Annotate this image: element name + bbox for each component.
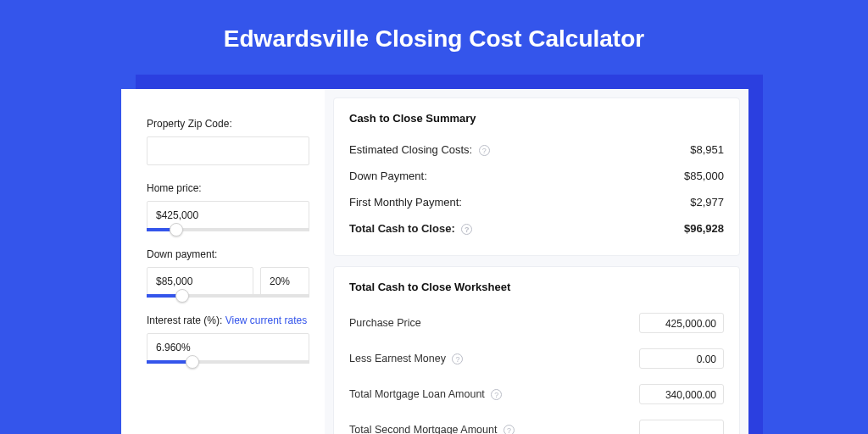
interest-rate-input[interactable] — [147, 333, 309, 362]
view-rates-link[interactable]: View current rates — [225, 314, 308, 326]
summary-row-down-payment: Down Payment: $85,000 — [349, 163, 724, 189]
interest-rate-label: Interest rate (%): View current rates — [147, 314, 309, 326]
home-price-field-group: Home price: — [147, 182, 309, 231]
worksheet-row-second-mortgage: Total Second Mortgage Amount ? — [349, 412, 724, 434]
interest-rate-label-text: Interest rate (%): — [147, 314, 222, 326]
worksheet-label: Total Mortgage Loan Amount — [349, 388, 485, 400]
summary-row-total: Total Cash to Close: ? $96,928 — [349, 215, 724, 242]
worksheet-row-earnest-money: Less Earnest Money ? 0.00 — [349, 341, 724, 376]
worksheet-value[interactable]: 0.00 — [639, 348, 724, 369]
help-icon[interactable]: ? — [479, 145, 490, 156]
summary-value: $2,977 — [690, 196, 724, 209]
worksheet-row-mortgage-amount: Total Mortgage Loan Amount ? 340,000.00 — [349, 376, 724, 412]
page-title: Edwardsville Closing Cost Calculator — [0, 0, 868, 73]
summary-row-closing-costs: Estimated Closing Costs: ? $8,951 — [349, 136, 724, 163]
down-payment-pct-input[interactable] — [260, 267, 309, 296]
interest-rate-slider[interactable] — [147, 360, 309, 364]
interest-rate-field-group: Interest rate (%): View current rates — [147, 314, 309, 364]
help-icon[interactable]: ? — [461, 224, 472, 235]
summary-value: $8,951 — [690, 143, 724, 156]
worksheet-panel: Total Cash to Close Worksheet Purchase P… — [333, 266, 740, 434]
zip-field-group: Property Zip Code: — [147, 118, 309, 165]
summary-row-first-payment: First Monthly Payment: $2,977 — [349, 189, 724, 215]
summary-label: Down Payment: — [349, 170, 427, 182]
home-price-slider[interactable] — [147, 228, 309, 231]
summary-heading: Cash to Close Summary — [349, 112, 724, 125]
summary-panel: Cash to Close Summary Estimated Closing … — [333, 97, 740, 256]
summary-label: First Monthly Payment: — [349, 196, 462, 209]
summary-label: Estimated Closing Costs: — [349, 143, 472, 156]
worksheet-label: Less Earnest Money — [349, 353, 446, 364]
summary-value: $85,000 — [684, 170, 724, 182]
down-payment-slider[interactable] — [147, 294, 309, 298]
worksheet-value[interactable]: 425,000.00 — [639, 313, 724, 333]
zip-label: Property Zip Code: — [147, 118, 309, 130]
worksheet-label: Purchase Price — [349, 317, 421, 329]
summary-total-label: Total Cash to Close: — [349, 222, 455, 235]
slider-thumb[interactable] — [186, 355, 199, 369]
home-price-label: Home price: — [147, 182, 309, 194]
results-column: Cash to Close Summary Estimated Closing … — [325, 89, 748, 434]
down-payment-label: Down payment: — [147, 248, 309, 260]
help-icon[interactable]: ? — [452, 353, 463, 364]
worksheet-value[interactable]: 340,000.00 — [639, 384, 724, 404]
inputs-column: Property Zip Code: Home price: Down paym… — [121, 89, 325, 434]
help-icon[interactable]: ? — [504, 425, 515, 434]
down-payment-input[interactable] — [147, 267, 253, 296]
zip-input[interactable] — [147, 136, 309, 165]
worksheet-row-purchase-price: Purchase Price 425,000.00 — [349, 305, 724, 341]
slider-thumb[interactable] — [170, 223, 183, 236]
worksheet-value[interactable] — [639, 420, 724, 434]
down-payment-field-group: Down payment: — [147, 248, 309, 298]
worksheet-label: Total Second Mortgage Amount — [349, 424, 497, 434]
worksheet-heading: Total Cash to Close Worksheet — [349, 281, 724, 293]
calculator-card: Property Zip Code: Home price: Down paym… — [121, 89, 748, 434]
help-icon[interactable]: ? — [491, 389, 502, 400]
slider-thumb[interactable] — [175, 289, 189, 303]
summary-total-value: $96,928 — [684, 222, 724, 235]
